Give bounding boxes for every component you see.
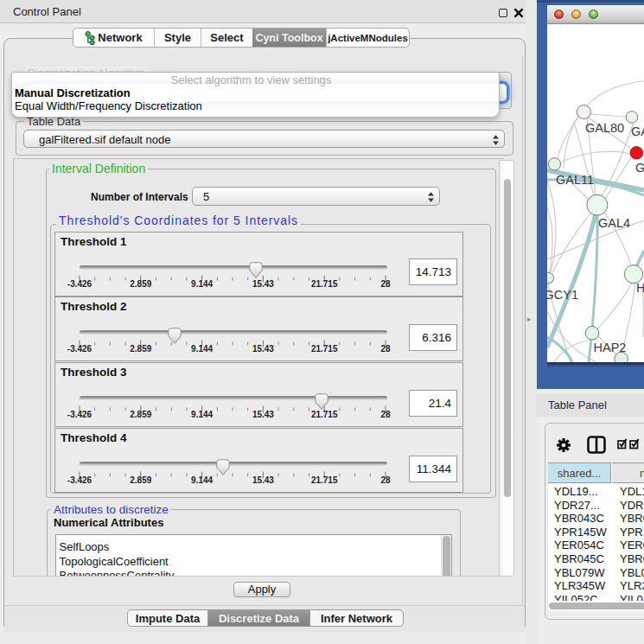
svg-text:GAL80: GAL80	[585, 121, 624, 135]
svg-text:GAL3: GAL3	[631, 124, 644, 138]
svg-text:GAL4: GAL4	[598, 216, 630, 230]
svg-text:GCY1: GCY1	[547, 288, 578, 302]
svg-text:GAL1: GAL1	[635, 161, 644, 175]
svg-text:HAP2: HAP2	[594, 341, 627, 354]
svg-text:GAL11: GAL11	[556, 173, 594, 187]
svg-text:HIS4: HIS4	[636, 281, 644, 295]
